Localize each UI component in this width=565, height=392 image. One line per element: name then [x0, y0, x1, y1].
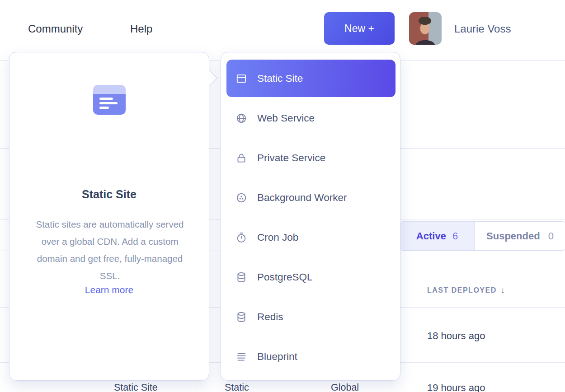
user-name[interactable]: Laurie Voss	[454, 23, 511, 35]
menu-item-label: PostgreSQL	[257, 271, 313, 283]
service-type-cell: Static Site	[114, 382, 158, 392]
menu-item-blueprint[interactable]: Blueprint	[226, 337, 396, 377]
render-dashboard-screen: Active 6 Suspended 0 LAST DEPLOYED ↓ 18 …	[0, 0, 565, 392]
avatar[interactable]	[409, 12, 442, 45]
new-service-dropdown: Static Site Web Service Private Service …	[221, 52, 400, 381]
nav-link-community[interactable]: Community	[28, 23, 83, 35]
menu-item-background-worker[interactable]: Background Worker	[226, 178, 396, 218]
static-site-icon	[235, 73, 247, 84]
tab-suspended[interactable]: Suspended 0	[475, 222, 565, 250]
menu-item-web-service[interactable]: Web Service	[226, 98, 396, 138]
runtime-cell: Static	[225, 382, 249, 392]
column-header-last-deployed[interactable]: LAST DEPLOYED ↓	[427, 285, 505, 295]
menu-item-private-service[interactable]: Private Service	[226, 138, 396, 178]
tab-suspended-label: Suspended	[486, 230, 540, 242]
menu-item-label: Private Service	[257, 152, 325, 164]
last-deployed-cell: 18 hours ago	[427, 330, 485, 342]
lock-icon	[235, 152, 247, 164]
menu-item-label: Blueprint	[257, 351, 297, 363]
menu-item-label: Cron Job	[257, 232, 298, 243]
globe-icon	[235, 112, 247, 124]
database-icon	[235, 311, 247, 323]
menu-item-label: Background Worker	[257, 192, 347, 204]
status-tabbar: Active 6 Suspended 0	[400, 221, 565, 251]
tab-active-count: 6	[452, 230, 458, 242]
tab-active-label: Active	[416, 230, 446, 242]
new-button[interactable]: New +	[324, 12, 395, 45]
blueprint-icon	[235, 351, 247, 363]
last-deployed-cell: 19 hours ago	[427, 382, 485, 392]
menu-item-postgresql[interactable]: PostgreSQL	[226, 257, 396, 297]
static-site-card-icon	[93, 85, 126, 115]
nav-link-help[interactable]: Help	[130, 23, 152, 35]
menu-item-label: Static Site	[257, 73, 303, 84]
stopwatch-icon	[235, 232, 247, 243]
menu-item-cron-job[interactable]: Cron Job	[226, 218, 396, 257]
menu-item-label: Redis	[257, 311, 283, 323]
sort-descending-icon: ↓	[501, 285, 505, 295]
menu-item-label: Web Service	[257, 112, 315, 124]
popover-title: Static Site	[9, 188, 209, 201]
learn-more-link[interactable]: Learn more	[9, 285, 209, 295]
popover-arrow	[201, 70, 218, 87]
worker-icon	[235, 192, 247, 204]
menu-item-redis[interactable]: Redis	[226, 297, 396, 337]
menu-item-static-site[interactable]: Static Site	[226, 60, 396, 97]
static-site-info-popover: Static Site Static sites are automatical…	[9, 52, 209, 381]
region-cell: Global	[331, 382, 359, 392]
tab-active[interactable]: Active 6	[400, 222, 475, 250]
tab-suspended-count: 0	[548, 230, 554, 242]
database-icon	[235, 271, 247, 283]
popover-description: Static sites are automatically served ov…	[35, 216, 185, 285]
